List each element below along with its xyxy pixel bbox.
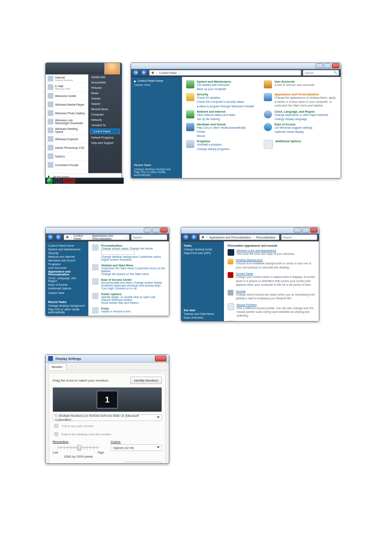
taskbar-button[interactable] [63,178,75,183]
cp-category[interactable]: System and MaintenanceGet started with W… [186,80,259,91]
item-title[interactable]: Window Color and Appearance [237,249,295,252]
back-button[interactable]: ◄ [133,69,139,76]
address-bar[interactable]: 🛠 Control Panel [149,70,301,76]
recent-task[interactable]: Play CDs or other media automatically [134,171,179,176]
start-menu-item[interactable]: E-mailWindows Mail [46,83,88,92]
start-menu-place[interactable]: Default Programs [88,135,122,140]
sidebar-category[interactable]: Classic View [48,291,86,295]
start-menu-place[interactable]: Search [88,101,122,106]
forward-button[interactable]: ► [141,69,148,76]
monitor-icon[interactable]: 1 [97,391,118,409]
task-title[interactable]: Folder Options [101,293,165,296]
minimize-button[interactable] [316,63,323,68]
sidebar-category[interactable]: User Accounts [48,266,86,270]
start-menu-item[interactable]: Windows Live Messenger Download [46,118,88,126]
task-title[interactable]: Fonts [101,307,130,310]
see-also-link[interactable]: Ease of Access [184,316,221,319]
start-menu-place[interactable]: Pictures [88,85,122,90]
identify-monitors-button[interactable]: Identify Monitors [130,377,162,384]
start-menu-item[interactable]: Command Prompt [46,161,88,169]
start-menu-place[interactable]: Network [88,117,122,123]
start-menu-item[interactable]: Windows Photo Gallery [46,109,88,118]
sidebar-category[interactable]: Control Panel Home [48,244,86,247]
cp-category[interactable]: Appearance and PersonalizationChange the… [264,93,337,108]
forward-button[interactable]: ► [191,234,198,240]
back-button[interactable]: ◄ [47,234,54,240]
task-title[interactable]: Ease of Access Center [101,278,165,281]
start-menu-item[interactable]: Adobe Photoshop CS2 [46,143,88,152]
cp-category[interactable]: User Accounts● Add or remove user accoun… [264,80,337,91]
search-box[interactable]: Search [131,234,167,240]
maximize-button[interactable] [324,63,331,68]
start-menu-place[interactable]: Games [88,96,122,101]
task-links[interactable]: Install or remove a font [101,310,130,313]
start-menu-place[interactable]: Control Panel [90,128,120,134]
minimize-button[interactable] [144,228,151,233]
taskbar-button[interactable] [54,178,62,183]
tab-monitor[interactable]: Monitor [48,363,67,370]
close-button[interactable] [155,356,166,361]
cp-home[interactable]: Control Panel Home [137,79,163,82]
start-menu-place[interactable]: Computer [88,112,122,117]
back-button[interactable]: ◄ [183,234,189,240]
close-button[interactable] [310,228,318,233]
sidebar-category[interactable]: Additional Options [48,287,86,290]
start-orb[interactable] [46,178,53,184]
item-title[interactable]: Mouse Pointers [237,303,315,306]
close-button[interactable] [332,63,339,68]
sidebar-category[interactable]: Hardware and Sound [48,259,86,262]
sidebar-category[interactable]: Clock, Language, and Region [48,276,86,283]
sidebar-task[interactable]: Change desktop icons [184,247,221,251]
address-bar[interactable]: 🛠 Control Panel Appearance and Personali… [64,234,129,240]
device-select[interactable]: 1. (Multiple Monitors) on NVIDIA GeForce… [53,414,162,421]
item-title[interactable]: Screen Saver [236,272,315,275]
breadcrumb[interactable]: Personalization [256,236,276,239]
breadcrumb[interactable]: Appearance and Personalization [209,236,251,239]
inline-input[interactable] [101,250,135,255]
address-bar[interactable]: 🛠 Appearance and Personalization Persona… [199,234,279,240]
cp-category[interactable]: Ease of AccessLet Windows suggest settin… [264,123,337,138]
start-menu-place[interactable]: Recent Items [88,106,122,112]
start-menu-place[interactable]: Music [88,90,122,96]
cp-category[interactable]: ProgramsUninstall a programChange startu… [186,140,259,151]
sidebar-category[interactable]: Ease of Access [48,283,86,287]
breadcrumb[interactable]: Control Panel [74,234,87,240]
start-menu-item[interactable]: Welcome Center [46,92,88,100]
sidebar-category[interactable]: System and Maintenance [48,247,86,251]
recent-task[interactable]: Play CDs or other media automatically [48,308,86,314]
task-title[interactable]: Personalization [101,244,165,247]
cp-category[interactable]: SecurityCheck for updatesCheck this comp… [186,93,259,108]
item-title[interactable]: Sounds [236,290,315,293]
task-links[interactable]: Specify single- or double-click to open … [101,296,165,304]
cp-category[interactable]: Additional Options [264,140,337,151]
breadcrumb[interactable]: Appearance and Personalization [92,234,124,240]
monitor-arrangement[interactable]: 1 [53,387,162,412]
start-menu-place[interactable]: Connect To [88,123,122,128]
start-menu-place[interactable]: Help and Support [88,140,122,146]
recent-task[interactable]: Change desktop background [48,304,86,308]
start-menu-item[interactable]: Windows Meeting Space [46,126,88,135]
sidebar-category[interactable]: Network and Internet [48,255,86,259]
start-menu-item[interactable]: InternetInternet Explorer [46,74,88,83]
colors-select[interactable]: Highest (32 bit) [111,444,162,451]
start-menu-place[interactable]: media user [88,74,122,80]
recent-task[interactable]: Change desktop background [134,168,179,171]
task-links[interactable]: Customize the Start menu Customize icons… [101,267,165,275]
sidebar-category[interactable]: Appearance and Personalization [48,270,86,276]
search-box[interactable]: Search [281,234,317,240]
see-also-link[interactable]: Taskbar and Start Menu [184,312,221,316]
forward-button[interactable]: ► [55,234,62,240]
maximize-button[interactable] [302,228,309,233]
minimize-button[interactable] [294,228,301,233]
sidebar-category[interactable]: Security [48,251,86,255]
start-menu-item[interactable]: Windows Media Player [46,100,88,109]
classic-view-link[interactable]: Classic View [134,83,179,86]
advanced-settings-button[interactable]: Advanced Settings... [125,462,162,464]
close-button[interactable] [160,228,168,233]
task-links[interactable]: Change desktop background Customize colo… [101,255,165,261]
item-title[interactable]: Theme [236,321,315,321]
task-links[interactable]: Accommodate low vision Change screen rea… [101,281,165,290]
item-title[interactable]: Desktop Background [236,259,315,261]
start-menu-item[interactable]: NoteGo [46,152,88,161]
cp-category[interactable]: Network and InternetView network status … [186,110,259,121]
